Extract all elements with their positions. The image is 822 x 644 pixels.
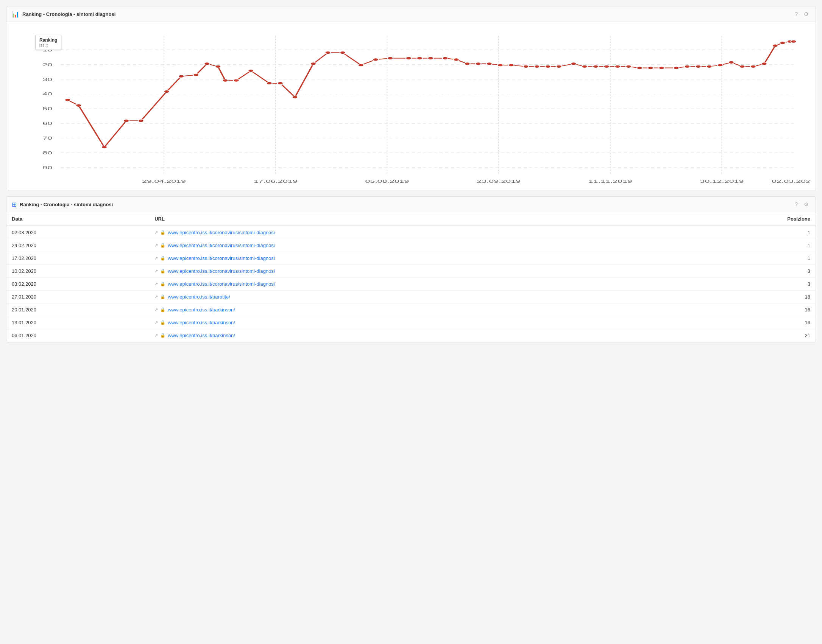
svg-point-57 bbox=[454, 58, 459, 61]
col-url: URL bbox=[149, 212, 679, 226]
svg-point-70 bbox=[604, 65, 610, 68]
cell-date: 17.02.2020 bbox=[6, 252, 149, 265]
external-link-icon: ↗ bbox=[154, 294, 158, 299]
svg-point-33 bbox=[101, 146, 107, 148]
lock-icon: 🔒 bbox=[160, 307, 165, 312]
chart-area: Ranking iss.it bbox=[12, 28, 810, 187]
table-help-button[interactable]: ? bbox=[793, 201, 799, 208]
cell-url: ↗🔒www.epicentro.iss.it/coronavirus/sinto… bbox=[149, 239, 679, 252]
external-link-icon: ↗ bbox=[154, 243, 158, 248]
table-row: 17.02.2020↗🔒www.epicentro.iss.it/coronav… bbox=[6, 252, 816, 265]
chart-settings-button[interactable]: ⚙ bbox=[802, 10, 810, 18]
svg-text:10: 10 bbox=[43, 47, 53, 52]
cell-date: 03.02.2020 bbox=[6, 278, 149, 291]
url-text[interactable]: www.epicentro.iss.it/parkinson/ bbox=[168, 320, 235, 325]
svg-point-44 bbox=[267, 82, 272, 84]
svg-point-73 bbox=[637, 67, 643, 69]
chart-container: Ranking iss.it bbox=[6, 22, 816, 190]
table-title: Ranking - Cronologia - sintomi diagnosi bbox=[20, 202, 113, 207]
url-text[interactable]: www.epicentro.iss.it/parkinson/ bbox=[168, 333, 235, 338]
col-position: Posizione bbox=[680, 212, 816, 226]
cell-url: ↗🔒www.epicentro.iss.it/coronavirus/sinto… bbox=[149, 265, 679, 278]
svg-text:50: 50 bbox=[43, 106, 53, 111]
external-link-icon: ↗ bbox=[154, 256, 158, 261]
svg-text:20: 20 bbox=[43, 62, 53, 67]
lock-icon: 🔒 bbox=[160, 243, 165, 248]
table-widget-header: ⊞ Ranking - Cronologia - sintomi diagnos… bbox=[6, 197, 816, 212]
table-container: Data URL Posizione 02.03.2020↗🔒www.epice… bbox=[6, 212, 816, 342]
cell-date: 20.01.2020 bbox=[6, 303, 149, 316]
svg-point-51 bbox=[373, 58, 379, 61]
svg-point-50 bbox=[358, 64, 364, 67]
cell-url: ↗🔒www.epicentro.iss.it/coronavirus/sinto… bbox=[149, 278, 679, 291]
cell-url: ↗🔒www.epicentro.iss.it/parkinson/ bbox=[149, 303, 679, 316]
svg-point-76 bbox=[674, 67, 679, 69]
external-link-icon: ↗ bbox=[154, 333, 158, 338]
svg-point-34 bbox=[123, 120, 129, 122]
svg-point-74 bbox=[648, 67, 654, 69]
svg-point-86 bbox=[780, 42, 785, 44]
url-text[interactable]: www.epicentro.iss.it/coronavirus/sintomi… bbox=[168, 268, 275, 274]
svg-point-54 bbox=[417, 57, 423, 59]
svg-text:90: 90 bbox=[43, 165, 53, 170]
svg-point-55 bbox=[428, 57, 434, 59]
grid-icon: ⊞ bbox=[12, 201, 17, 208]
col-date: Data bbox=[6, 212, 149, 226]
url-text[interactable]: www.epicentro.iss.it/coronavirus/sintomi… bbox=[168, 281, 275, 287]
svg-point-53 bbox=[406, 57, 412, 59]
external-link-icon: ↗ bbox=[154, 230, 158, 235]
url-text[interactable]: www.epicentro.iss.it/coronavirus/sintomi… bbox=[168, 230, 275, 235]
chart-widget: 📊 Ranking - Cronologia - sintomi diagnos… bbox=[6, 6, 816, 190]
chart-svg: 10 20 30 40 50 60 70 80 90 29.04.2019 17… bbox=[12, 28, 810, 187]
external-link-icon: ↗ bbox=[154, 320, 158, 325]
cell-position: 3 bbox=[680, 265, 816, 278]
svg-text:30.12.2019: 30.12.2019 bbox=[700, 179, 744, 184]
svg-point-82 bbox=[739, 65, 745, 68]
svg-point-69 bbox=[593, 65, 599, 68]
chart-help-button[interactable]: ? bbox=[793, 10, 799, 18]
chart-title: Ranking - Cronologia - sintomi diagnosi bbox=[22, 11, 115, 17]
svg-point-83 bbox=[750, 65, 756, 68]
svg-text:29.04.2019: 29.04.2019 bbox=[142, 179, 186, 184]
cell-position: 1 bbox=[680, 239, 816, 252]
svg-point-59 bbox=[476, 62, 481, 65]
svg-point-63 bbox=[523, 65, 529, 68]
url-text[interactable]: www.epicentro.iss.it/parkinson/ bbox=[168, 307, 235, 313]
svg-point-67 bbox=[571, 62, 577, 65]
cell-position: 21 bbox=[680, 329, 816, 342]
table-header-left: ⊞ Ranking - Cronologia - sintomi diagnos… bbox=[12, 201, 113, 208]
cell-position: 3 bbox=[680, 278, 816, 291]
cell-url: ↗🔒www.epicentro.iss.it/parotite/ bbox=[149, 291, 679, 303]
svg-point-38 bbox=[193, 73, 199, 76]
table-settings-button[interactable]: ⚙ bbox=[802, 201, 810, 208]
cell-position: 16 bbox=[680, 316, 816, 329]
svg-point-75 bbox=[659, 67, 664, 69]
svg-text:60: 60 bbox=[43, 121, 53, 126]
svg-point-80 bbox=[717, 64, 723, 67]
cell-position: 16 bbox=[680, 303, 816, 316]
cell-date: 13.01.2020 bbox=[6, 316, 149, 329]
svg-point-40 bbox=[215, 65, 221, 68]
url-text[interactable]: www.epicentro.iss.it/coronavirus/sintomi… bbox=[168, 243, 275, 248]
cell-url: ↗🔒www.epicentro.iss.it/parkinson/ bbox=[149, 329, 679, 342]
svg-point-81 bbox=[728, 61, 734, 64]
svg-point-77 bbox=[685, 65, 690, 68]
cell-date: 24.02.2020 bbox=[6, 239, 149, 252]
table-row: 20.01.2020↗🔒www.epicentro.iss.it/parkins… bbox=[6, 303, 816, 316]
svg-point-31 bbox=[65, 98, 70, 101]
svg-point-52 bbox=[387, 57, 393, 59]
svg-point-61 bbox=[498, 64, 503, 67]
lock-icon: 🔒 bbox=[160, 320, 165, 325]
svg-point-84 bbox=[761, 62, 767, 65]
table-header-row: Data URL Posizione bbox=[6, 212, 816, 226]
svg-point-43 bbox=[248, 69, 254, 72]
url-text[interactable]: www.epicentro.iss.it/coronavirus/sintomi… bbox=[168, 255, 275, 261]
svg-text:40: 40 bbox=[43, 92, 53, 96]
lock-icon: 🔒 bbox=[160, 294, 165, 299]
url-text[interactable]: www.epicentro.iss.it/parotite/ bbox=[168, 294, 230, 300]
ranking-table: Data URL Posizione 02.03.2020↗🔒www.epice… bbox=[6, 212, 816, 342]
chart-header-right: ? ⚙ bbox=[793, 10, 810, 18]
svg-point-39 bbox=[204, 62, 210, 65]
chart-widget-header: 📊 Ranking - Cronologia - sintomi diagnos… bbox=[6, 6, 816, 22]
cell-date: 02.03.2020 bbox=[6, 226, 149, 239]
